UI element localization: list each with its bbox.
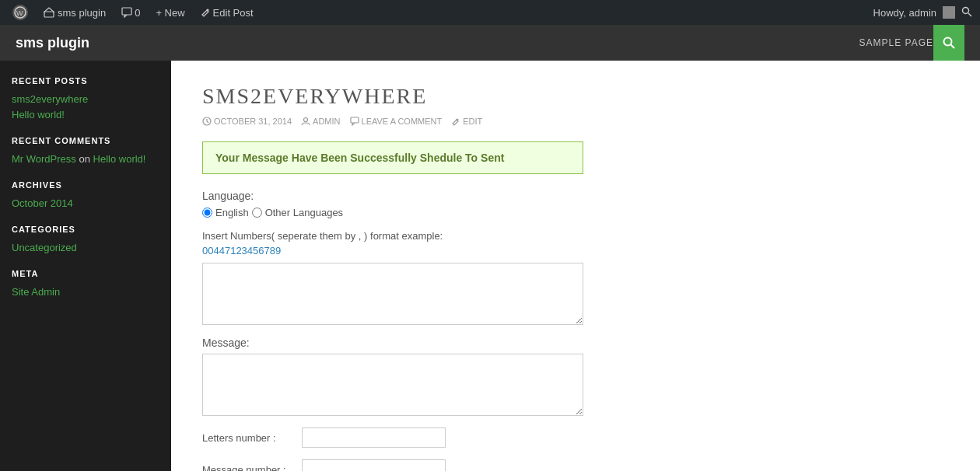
sidebar-comment-item: Mr WordPress on Hello world!	[12, 153, 159, 165]
edit-post-icon	[451, 117, 460, 126]
letters-number-input[interactable]	[302, 427, 446, 448]
success-message: Your Message Have Been Successfully Shed…	[202, 141, 583, 174]
wordpress-icon: W	[12, 5, 28, 20]
radio-other-label: Other Languages	[265, 207, 343, 218]
message-textarea[interactable]	[202, 354, 583, 416]
comments-count: 0	[135, 7, 140, 19]
author-icon	[301, 117, 310, 126]
categories-title: CATEGORIES	[12, 225, 159, 234]
radio-other[interactable]	[252, 208, 262, 218]
language-section: Language: English Other Languages	[202, 190, 949, 218]
site-title[interactable]: sms plugin	[16, 35, 859, 51]
admin-avatar	[943, 6, 955, 19]
pencil-icon	[201, 8, 210, 17]
leave-comment-icon	[350, 117, 359, 126]
post-comment-wrapper: LEAVE A COMMENT	[350, 117, 443, 126]
post-title: SMS2EVERYWHERE	[202, 84, 949, 109]
message-number-field: Message number :	[202, 459, 949, 471]
svg-point-9	[304, 118, 308, 122]
letters-number-field: Letters number :	[202, 427, 949, 448]
sidebar-post-hello-world[interactable]: Hello world!	[12, 109, 159, 120]
recent-comments-title: RECENT COMMENTS	[12, 136, 159, 145]
insert-numbers-text: Insert Numbers( seperate them by , ) for…	[202, 230, 949, 242]
svg-rect-2	[44, 12, 54, 17]
post-date-wrapper: OCTOBER 31, 2014	[202, 117, 292, 126]
post-date: OCTOBER 31, 2014	[214, 117, 292, 126]
new-label: + New	[156, 7, 184, 19]
svg-rect-3	[122, 8, 131, 15]
language-label: Language:	[202, 190, 949, 202]
main-content: SMS2EVERYWHERE OCTOBER 31, 2014 ADMIN LE…	[171, 61, 980, 471]
post-author-link[interactable]: ADMIN	[313, 117, 340, 126]
howdy-text: Howdy, admin	[873, 7, 936, 19]
comment-post-link[interactable]: Hello world!	[93, 153, 146, 165]
clock-icon	[202, 117, 212, 126]
post-meta: OCTOBER 31, 2014 ADMIN LEAVE A COMMENT E…	[202, 117, 949, 126]
wp-logo[interactable]: W	[8, 5, 33, 20]
message-section: Message:	[202, 337, 949, 416]
site-header: sms plugin SAMPLE PAGE	[0, 25, 980, 61]
comment-icon	[121, 7, 132, 18]
home-icon	[44, 7, 54, 18]
edit-post-button[interactable]: Edit Post	[196, 7, 258, 19]
site-search-button[interactable]	[933, 25, 964, 61]
svg-point-6	[944, 38, 952, 46]
admin-search-icon[interactable]	[961, 6, 972, 19]
numbers-textarea[interactable]	[202, 263, 583, 325]
search-site-icon	[943, 37, 955, 49]
meta-site-admin[interactable]: Site Admin	[12, 286, 159, 298]
sidebar-post-sms2everywhere[interactable]: sms2everywhere	[12, 93, 159, 105]
new-button[interactable]: + New	[151, 7, 189, 19]
letters-number-label: Letters number :	[202, 432, 296, 444]
edit-link[interactable]: EDIT	[463, 117, 482, 126]
admin-bar: W sms plugin 0 + New Edit Post Howdy, ad…	[0, 0, 980, 25]
post-edit-wrapper: EDIT	[451, 117, 482, 126]
radio-english[interactable]	[202, 208, 212, 218]
svg-point-4	[963, 7, 969, 13]
nav-sample-page[interactable]: SAMPLE PAGE	[859, 37, 933, 48]
site-name-label: sms plugin	[58, 7, 106, 19]
category-uncategorized[interactable]: Uncategorized	[12, 242, 159, 253]
site-nav: SAMPLE PAGE	[859, 37, 933, 48]
svg-line-5	[968, 13, 971, 16]
post-author-wrapper: ADMIN	[301, 117, 340, 126]
svg-rect-10	[351, 117, 359, 123]
archives-title: ARCHIVES	[12, 180, 159, 190]
comments-admin[interactable]: 0	[117, 7, 145, 19]
layout: RECENT POSTS sms2everywhere Hello world!…	[0, 61, 980, 471]
recent-posts-title: RECENT POSTS	[12, 76, 159, 85]
numbers-section: Insert Numbers( seperate them by , ) for…	[202, 230, 949, 325]
svg-text:W: W	[16, 9, 23, 17]
svg-line-7	[951, 45, 955, 49]
sidebar: RECENT POSTS sms2everywhere Hello world!…	[0, 61, 171, 471]
radio-english-label: English	[215, 207, 249, 218]
site-name-admin[interactable]: sms plugin	[39, 7, 110, 19]
archive-october-2014[interactable]: October 2014	[12, 197, 159, 209]
admin-bar-right: Howdy, admin	[873, 6, 972, 19]
message-label: Message:	[202, 337, 949, 349]
example-number: 00447123456789	[202, 245, 949, 256]
meta-title: META	[12, 269, 159, 278]
leave-comment-link[interactable]: LEAVE A COMMENT	[362, 117, 443, 126]
comment-on-text: on	[79, 153, 89, 165]
edit-post-label: Edit Post	[213, 7, 254, 19]
message-number-input[interactable]	[302, 459, 446, 471]
comment-author-link[interactable]: Mr WordPress	[12, 153, 76, 165]
message-number-label: Message number :	[202, 464, 296, 472]
search-admin-icon	[961, 6, 972, 17]
radio-group: English Other Languages	[202, 207, 949, 218]
